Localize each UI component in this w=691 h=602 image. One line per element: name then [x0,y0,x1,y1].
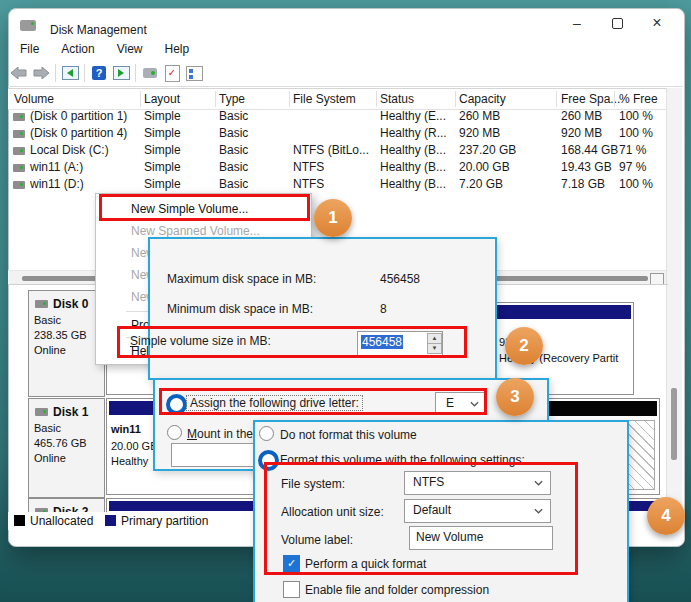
cell-status: Healthy (B... [380,160,446,174]
console-tree-icon [62,66,79,80]
cell-type: Basic [219,177,248,191]
cell-capacity: 7.20 GB [459,177,503,191]
properties-list-button[interactable] [183,63,205,83]
do-not-format-label: Do not format this volume [280,428,417,442]
partition-status: Healthy [111,455,148,467]
table-row[interactable]: win11 (D:) Simple Basic NTFS Healthy (B.… [8,176,668,193]
step-badge-2: 2 [505,327,543,365]
cell-type: Basic [219,143,248,157]
legend-unallocated-label: Unallocated [30,514,93,528]
cell-free: 168.44 GB [561,143,618,157]
menu-file[interactable]: File [10,40,49,58]
window-title: Disk Management [50,23,147,37]
volume-disk-icon [13,147,25,155]
help-button[interactable]: ? [88,63,110,83]
mount-folder-input[interactable] [171,443,257,467]
desktop: Disk Management – × File Action View Hel… [0,0,691,602]
back-arrow-icon [11,67,27,79]
table-row[interactable]: (Disk 0 partition 4) Simple Basic Health… [8,125,668,142]
cell-capacity: 920 MB [459,126,500,140]
disk1-status: Online [34,452,66,464]
cell-pct: 97 % [619,160,646,174]
table-row[interactable]: (Disk 0 partition 1) Simple Basic Health… [8,108,668,125]
legend-primary-swatch [105,515,116,526]
window-controls: – × [557,8,677,38]
disk-icon [35,408,48,416]
cell-fs: NTFS [293,160,324,174]
column-header-file-system[interactable]: File System [293,92,356,106]
legend-primary-label: Primary partition [121,514,208,528]
annotation-box-step1 [99,194,310,221]
checklist-icon [186,66,203,81]
cell-fs: NTFS [293,177,324,191]
document-check-icon: ✓ [165,65,180,82]
partition-label: win11 [111,423,141,435]
table-row[interactable]: win11 (A:) Simple Basic NTFS Healthy (B.… [8,159,668,176]
legend-unallocated-swatch [14,515,25,526]
mount-folder-radio[interactable] [167,425,182,440]
disk0-status: Online [34,344,66,356]
cell-status: Healthy (B... [380,143,446,157]
column-header-capacity[interactable]: Capacity [459,92,506,106]
table-row[interactable]: Local Disk (C:) Simple Basic NTFS (BitLo… [8,142,668,159]
cell-pct: 100 % [619,126,653,140]
min-size-label: Minimum disk space in MB: [167,302,313,316]
step-badge-3: 3 [496,378,534,416]
specify-volume-size-dialog: Maximum disk space in MB: 456458 Minimum… [148,237,497,380]
column-header-volume[interactable]: Volume [14,92,54,106]
vertical-scrollbar[interactable] [666,88,682,512]
maximize-button[interactable] [597,8,637,38]
annotation-box-step3 [159,388,487,415]
disk1-label-cell[interactable]: Disk 1 Basic 465.76 GB Online [28,398,105,498]
refresh-disks-button[interactable] [139,63,161,83]
column-header-status[interactable]: Status [380,92,414,106]
annotation-box-step4 [264,462,578,575]
cell-free: 260 MB [561,109,602,123]
cell-capacity: 20.00 GB [459,160,510,174]
cell-status: Healthy (B... [380,177,446,191]
max-size-label: Maximum disk space in MB: [167,272,316,286]
cell-volume: (Disk 0 partition 1) [30,109,127,123]
partition-color-bar [497,305,631,319]
menu-action[interactable]: Action [51,40,104,58]
do-not-format-radio[interactable] [259,426,274,441]
cell-free: 920 MB [561,126,602,140]
close-button[interactable]: × [637,8,677,38]
column-header-pct-free[interactable]: % Free [619,92,658,106]
minimize-button[interactable]: – [557,8,597,38]
column-header-type[interactable]: Type [219,92,245,106]
show-console-tree-button[interactable] [59,63,81,83]
menu-view[interactable]: View [107,40,153,58]
back-button[interactable] [8,63,30,83]
cell-layout: Simple [144,126,181,140]
compression-checkbox[interactable] [283,581,300,598]
disk-icon [35,300,48,308]
disk0-label-cell[interactable]: Disk 0 Basic 238.35 GB Online [28,290,105,397]
disk0-kind: Basic [34,314,61,326]
maximize-icon [612,18,623,29]
step-badge-4: 4 [647,497,685,535]
column-header-layout[interactable]: Layout [144,92,180,106]
vscroll-thumb[interactable] [671,388,677,460]
cell-type: Basic [219,160,248,174]
cell-layout: Simple [144,177,181,191]
min-size-value: 8 [380,302,387,316]
action-pane-icon [113,66,130,80]
column-header-free-space[interactable]: Free Spa... [561,92,620,106]
forward-button[interactable] [30,63,52,83]
show-action-pane-button[interactable] [110,63,132,83]
disk1-kind: Basic [34,422,61,434]
toolbar: ? ✓ [8,60,683,87]
cell-type: Basic [219,126,248,140]
menu-help[interactable]: Help [155,40,200,58]
forward-arrow-icon [33,67,49,79]
cell-status: Healthy (E... [380,109,446,123]
cell-pct: 100 % [619,109,653,123]
cell-capacity: 237.20 GB [459,143,516,157]
disk2-label-cell[interactable]: Disk 2 [28,498,105,513]
check-document-button[interactable]: ✓ [161,63,183,83]
app-disk-icon-led [31,22,34,25]
volume-disk-icon [13,181,25,189]
cell-status: Healthy (R... [380,126,447,140]
cell-capacity: 260 MB [459,109,500,123]
